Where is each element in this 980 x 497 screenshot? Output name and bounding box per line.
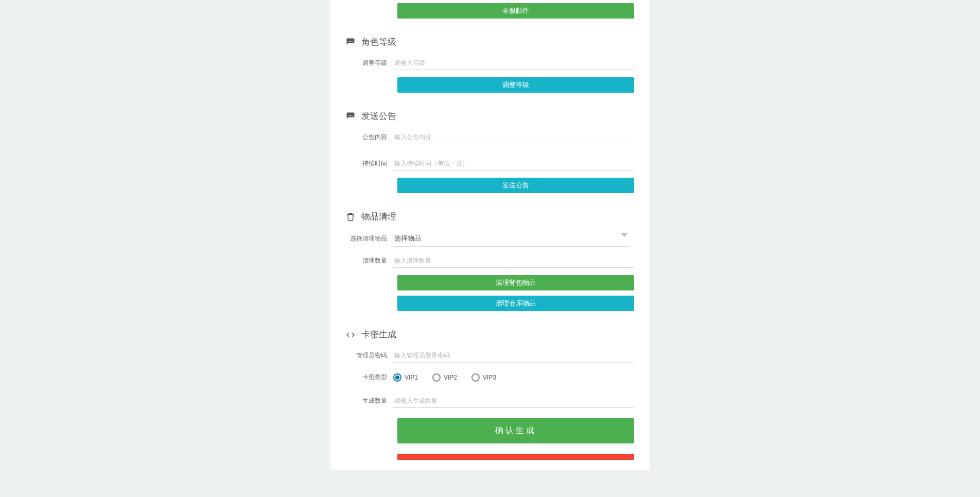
announce-content-input[interactable] xyxy=(393,130,634,144)
admin-password-input[interactable] xyxy=(393,349,634,363)
trash-icon xyxy=(346,212,355,221)
clean-qty-input[interactable] xyxy=(393,254,634,268)
danger-button-partial[interactable] xyxy=(397,454,634,460)
adjust-level-input[interactable] xyxy=(393,56,634,70)
section-card-gen: 卡密生成 xyxy=(346,329,634,340)
admin-password-label: 管理员密码 xyxy=(346,351,393,360)
announce-duration-input[interactable] xyxy=(393,157,634,170)
select-clean-item-dropdown[interactable]: 选择物品 xyxy=(393,231,630,247)
section-title-text: 角色等级 xyxy=(361,36,396,48)
section-title-text: 发送公告 xyxy=(361,110,396,122)
card-type-radio-vip2[interactable]: VIP2 xyxy=(432,373,457,382)
radio-label: VIP1 xyxy=(405,374,418,381)
radio-icon xyxy=(471,373,480,382)
section-announcement: 发送公告 xyxy=(346,110,634,122)
radio-label: VIP3 xyxy=(483,374,496,381)
all-server-mail-button[interactable]: 全服邮件 xyxy=(397,3,634,19)
announce-content-label: 公告内容 xyxy=(346,133,393,142)
radio-icon xyxy=(432,373,441,382)
adjust-level-button[interactable]: 调整等级 xyxy=(397,77,634,93)
chevron-down-icon xyxy=(621,233,628,237)
confirm-generate-button[interactable]: 确认生成 xyxy=(397,418,634,443)
clean-warehouse-button[interactable]: 清理仓库物品 xyxy=(397,296,634,311)
section-role-level: 角色等级 xyxy=(346,36,634,48)
clean-bag-button[interactable]: 清理背包物品 xyxy=(397,275,634,290)
card-type-label: 卡密类型 xyxy=(346,373,393,382)
section-item-clean: 物品清理 xyxy=(346,211,634,222)
send-announcement-button[interactable]: 发送公告 xyxy=(397,178,634,193)
card-type-radio-vip1[interactable]: VIP1 xyxy=(393,373,418,382)
clean-qty-label: 清理数量 xyxy=(346,256,393,265)
gen-qty-label: 生成数量 xyxy=(346,397,393,405)
code-icon xyxy=(346,330,355,339)
select-clean-item-label: 选择清理物品 xyxy=(346,234,393,243)
section-title-text: 物品清理 xyxy=(361,211,396,222)
adjust-level-label: 调整等级 xyxy=(346,59,393,67)
radio-label: VIP2 xyxy=(444,374,457,381)
comment-icon xyxy=(346,112,355,121)
gen-qty-input[interactable] xyxy=(393,394,634,408)
comment-icon xyxy=(346,38,355,47)
card-type-radio-vip3[interactable]: VIP3 xyxy=(471,373,496,382)
select-clean-item-value: 选择物品 xyxy=(393,231,630,246)
section-title-text: 卡密生成 xyxy=(361,329,396,340)
card-type-radio-group: VIP1 VIP2 VIP3 xyxy=(393,373,634,382)
radio-icon xyxy=(393,373,401,382)
announce-duration-label: 持续时间 xyxy=(346,159,393,168)
